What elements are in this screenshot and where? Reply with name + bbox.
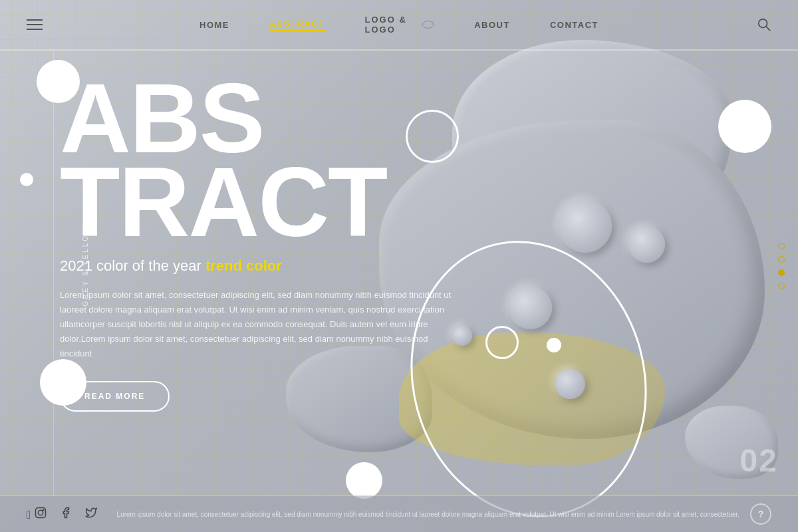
navigation: HOME ABSTRACT LOGO & LOGO ABOUT CONTACT <box>0 0 798 50</box>
dot-4[interactable] <box>778 283 785 289</box>
body-text: Lorem ipsum dolor sit amet, consectetuer… <box>60 288 452 361</box>
hamburger-menu[interactable] <box>27 19 43 30</box>
dot-2[interactable] <box>778 256 785 263</box>
small-white-sphere <box>547 338 561 352</box>
left-vertical-line <box>53 50 54 495</box>
twitter-icon[interactable] <box>85 507 97 522</box>
headline: ABS TRACT <box>60 76 452 244</box>
subtitle: 2021 color of the year trend color <box>60 257 452 275</box>
nav-about[interactable]: ABOUT <box>474 20 510 30</box>
footer-text: Lorem ipsum dolor sit amet, consectetuer… <box>117 511 750 518</box>
read-more-button[interactable]: READ MORE <box>60 381 170 412</box>
circle-fill-4 <box>346 462 382 499</box>
nav-left <box>27 19 43 30</box>
headline-line2: TRACT <box>60 160 452 244</box>
bottom-bar:  Lorem ipsum dolor sit amet, consectetu… <box>0 495 798 532</box>
logo-text: LOGO & LOGO <box>365 15 417 35</box>
svg-rect-4 <box>35 507 45 517</box>
nav-right <box>757 17 771 32</box>
facebook-icon[interactable] <box>60 507 72 522</box>
main-content: ABS TRACT 2021 color of the year trend c… <box>60 50 452 412</box>
nav-center: HOME ABSTRACT LOGO & LOGO ABOUT CONTACT <box>200 15 598 35</box>
social-icons:  <box>27 507 97 522</box>
circle-fill-5 <box>718 100 771 153</box>
logo-icon <box>422 18 434 31</box>
svg-line-3 <box>766 27 770 31</box>
nav-separator <box>0 50 798 51</box>
svg-line-1 <box>433 21 434 22</box>
subtitle-text: 2021 color of the year <box>60 257 201 274</box>
svg-point-5 <box>38 510 43 515</box>
nav-contact[interactable]: CONTACT <box>550 20 598 30</box>
nav-home[interactable]: HOME <box>200 20 229 30</box>
sphere-2 <box>628 226 665 263</box>
logo-area: LOGO & LOGO <box>365 15 435 35</box>
circle-fill-2 <box>20 173 33 186</box>
help-button[interactable]: ? <box>750 503 771 525</box>
subtitle-highlight: trend color <box>205 257 282 274</box>
page-number: 02 <box>740 442 778 479</box>
dot-3[interactable] <box>778 269 785 276</box>
svg-point-2 <box>759 19 767 28</box>
dots-navigation <box>778 243 785 289</box>
sphere-1 <box>559 200 612 253</box>
instagram-icon[interactable]:  <box>27 507 47 522</box>
svg-point-6 <box>43 509 44 511</box>
search-icon[interactable] <box>757 17 771 32</box>
nav-abstract[interactable]: ABSTRACT <box>269 19 325 31</box>
svg-point-0 <box>422 21 434 29</box>
dot-1[interactable] <box>778 243 785 249</box>
